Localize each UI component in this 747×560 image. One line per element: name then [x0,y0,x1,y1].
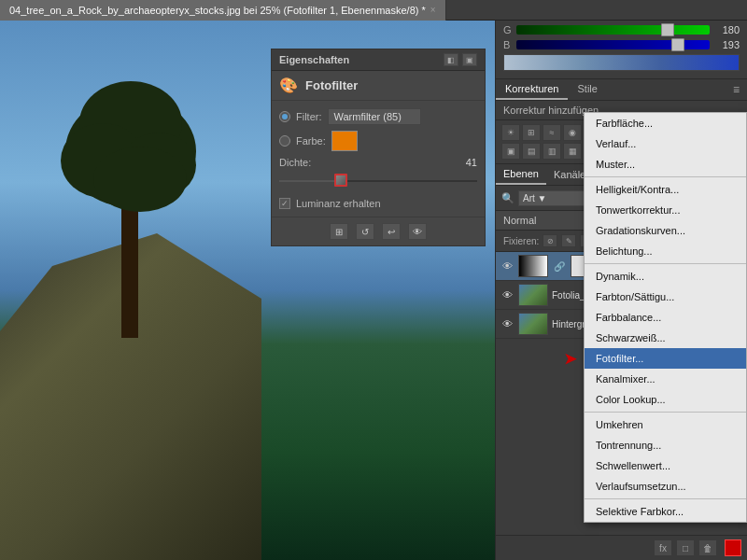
red-arrow-icon: ➤ [564,350,576,368]
b-thumb[interactable] [671,38,684,51]
corr-icon-curves[interactable]: ≈ [543,124,561,141]
menu-item-muster[interactable]: Muster... [585,154,746,175]
dichte-value: 41 [466,157,477,168]
layer-eye-2[interactable]: 👁 [500,316,514,331]
footer-icon-3[interactable]: ↩ [382,223,401,240]
footer-icon-4[interactable]: 👁 [408,223,427,240]
tab-stile[interactable]: Stile [568,79,606,100]
canvas-area: Eigenschaften ◧ ▣ 🎨 Fotofilter Filter: W… [0,21,495,560]
layer-eye-0[interactable]: 👁 [500,259,514,273]
menu-item-schwellenwert[interactable]: Schwellenwert... [585,455,746,476]
right-tab-menu[interactable]: ≡ [726,79,747,100]
slider-fill [279,180,339,182]
search-icon: 🔍 [501,192,514,204]
menu-item-schwarzwei[interactable]: Schwarzweiß... [585,328,746,348]
filter-radio[interactable] [279,111,290,122]
color-result [503,54,740,71]
footer-icon-1[interactable]: ⊞ [330,223,348,240]
bt-new-icon[interactable]: □ [676,539,695,556]
tab-label: 04_tree_on_a_Rock_by_archaeopteryx_stock… [9,5,426,16]
corr-icon-selective[interactable]: ▦ [563,143,582,160]
menu-item-dynamik[interactable]: Dynamik... [585,266,746,287]
b-value: 193 [713,39,740,50]
menu-item-farbtonsttigu[interactable]: Farbton/Sättigu... [585,287,746,307]
menu-separator [585,412,746,413]
layer-eye-1[interactable]: 👁 [500,287,514,302]
menu-item-gradationskurven[interactable]: Gradationskurven... [585,220,746,241]
tab-bar: 04_tree_on_a_Rock_by_archaeopteryx_stock… [0,0,747,21]
g-slider-row: G 180 [503,24,740,35]
panel-title-row: 🎨 Fotofilter [272,71,485,101]
corr-icon-exposure[interactable]: ◉ [563,124,582,141]
dichte-slider[interactable] [279,172,477,190]
b-label: B [503,39,513,50]
g-track[interactable] [516,25,710,35]
menu-item-colorlookup[interactable]: Color Lookup... [585,389,746,410]
tab-ebenen[interactable]: Ebenen [496,164,546,185]
layer-thumb-0 [518,255,548,277]
menu-separator [585,176,746,177]
fixieren-label: Fixieren: [503,236,539,246]
menu-item-verlauf[interactable]: Verlauf... [585,133,746,154]
corr-icon-brightness[interactable]: ☀ [501,124,520,141]
b-track[interactable] [516,40,710,49]
menu-item-farbflche[interactable]: Farbfläche... [585,113,746,133]
menu-item-tonwertkorrektur[interactable]: Tonwertkorrektur... [585,200,746,220]
bottom-toolbar: fx □ 🗑 [496,535,747,560]
menu-item-fotofilter[interactable]: Fotofilter...➤ [585,348,746,369]
corr-icon-levels[interactable]: ⊞ [522,124,541,141]
luminanz-checkbox[interactable]: ✓ [279,198,290,209]
bt-fx-icon[interactable]: fx [654,539,672,556]
g-thumb[interactable] [661,23,674,36]
menu-separator [585,498,746,499]
panel-icons: ◧ ▣ [444,53,477,66]
menu-item-umkehren[interactable]: Umkehren [585,414,746,435]
b-slider-row: B 193 [503,39,740,50]
menu-item-selektivefarbkor[interactable]: Selektive Farbkor... [585,501,746,522]
luminanz-row: ✓ Luminanz erhalten [279,198,477,209]
korrekturen-tabs: Korrekturen Stile ≡ [496,79,747,101]
color-swatch[interactable] [331,131,358,151]
bt-delete-icon[interactable]: 🗑 [698,539,717,556]
menu-item-tontrennung[interactable]: Tontrennung... [585,435,746,455]
dichte-row: Dichte: 41 [279,157,477,168]
menu-item-farbbalance[interactable]: Farbbalance... [585,307,746,328]
red-indicator [725,539,741,556]
fotofilter-title: Fotofilter [305,78,358,92]
panel-icon-2[interactable]: ▣ [462,53,477,66]
layer-thumb-2 [518,313,548,335]
tab-korrekturen[interactable]: Korrekturen [496,79,568,100]
fixieren-icon-1[interactable]: ⊘ [543,234,557,247]
g-value: 180 [713,24,740,35]
filter-label: Filter: [296,111,322,122]
corr-icon-posterize[interactable]: ▣ [501,143,520,160]
dichte-label: Dichte: [279,157,311,168]
corr-icon-threshold[interactable]: ▤ [522,143,541,160]
footer-icon-2[interactable]: ↺ [356,223,374,240]
panel-header: Eigenschaften ◧ ▣ [272,49,485,71]
properties-panel: Eigenschaften ◧ ▣ 🎨 Fotofilter Filter: W… [271,49,486,246]
main-tab[interactable]: 04_tree_on_a_Rock_by_archaeopteryx_stock… [0,0,446,21]
menu-item-kanalmixer[interactable]: Kanalmixer... [585,369,746,389]
tree-silhouette [47,77,215,338]
main-layout: Eigenschaften ◧ ▣ 🎨 Fotofilter Filter: W… [0,21,747,560]
farbe-row: Farbe: [279,131,477,151]
panel-icon-1[interactable]: ◧ [444,53,458,66]
menu-item-belichtung[interactable]: Belichtung... [585,241,746,261]
panel-title: Eigenschaften [279,54,349,65]
corr-icon-gradient[interactable]: ▥ [543,143,561,160]
svg-point-5 [93,147,187,212]
panel-footer: ⊞ ↺ ↩ 👁 [272,217,485,245]
menu-item-helligkeitkontra[interactable]: Helligkeit/Kontra... [585,179,746,200]
layer-thumb-1 [518,284,548,306]
tab-close-icon[interactable]: × [430,5,436,15]
slider-thumb[interactable] [334,174,347,187]
right-panel: G 180 B 193 Korrekturen Stile [495,21,747,560]
g-label: G [503,24,513,35]
menu-item-verlaufsumsetzun[interactable]: Verlaufsumsetzun... [585,476,746,497]
fixieren-icon-2[interactable]: ✎ [561,234,576,247]
panel-body: Filter: Warmfilter (85) Farbe: Dichte: 4… [272,101,485,217]
filter-select[interactable]: Warmfilter (85) [328,108,421,125]
filter-row: Filter: Warmfilter (85) [279,108,477,125]
farbe-radio[interactable] [279,135,290,147]
